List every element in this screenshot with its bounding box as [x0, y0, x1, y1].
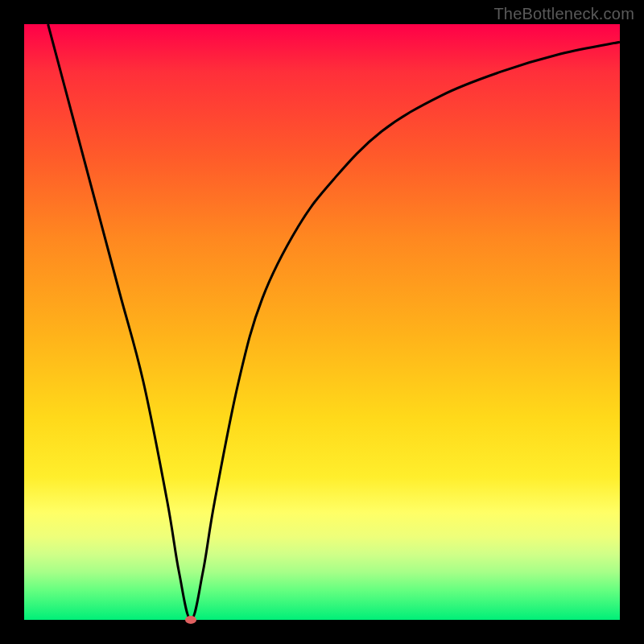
minimum-marker	[185, 616, 196, 624]
plot-area	[24, 24, 620, 620]
curve-path	[48, 24, 620, 620]
bottleneck-curve	[24, 24, 620, 620]
watermark-text: TheBottleneck.com	[493, 5, 634, 23]
chart-frame: TheBottleneck.com	[0, 0, 644, 644]
